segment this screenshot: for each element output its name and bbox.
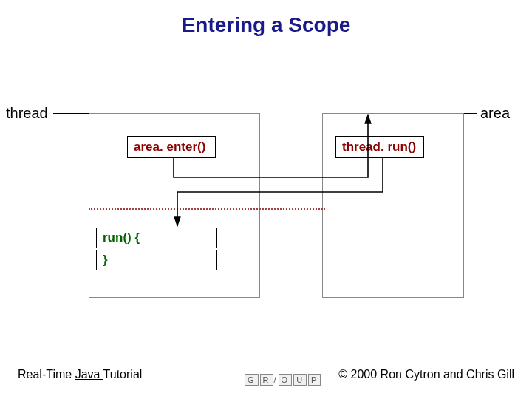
footer-prefix: Real-Time xyxy=(18,368,75,381)
area-label: area xyxy=(480,105,510,122)
run-method-open: run() { xyxy=(96,228,217,248)
footer-tutorial-title: Real-Time Java Tutorial xyxy=(18,368,142,381)
logo-letter: P xyxy=(308,374,321,386)
footer-suffix: Tutorial xyxy=(103,368,143,381)
footer-java-link[interactable]: Java xyxy=(75,368,103,381)
slide-title: Entering a Scope xyxy=(0,13,532,37)
footer-copyright: © 2000 Ron Cytron and Chris Gill xyxy=(338,368,514,381)
thread-label: thread xyxy=(6,105,48,122)
logo-letter: U xyxy=(293,374,307,386)
run-method-close: } xyxy=(96,250,217,270)
thread-lifeline-connector xyxy=(53,113,90,114)
call-thread-run: thread. run() xyxy=(335,136,424,158)
return-dotted-line xyxy=(89,208,325,210)
call-area-enter: area. enter() xyxy=(127,136,216,158)
logo-letter: O xyxy=(279,374,293,386)
footer-logo: GR/OUP xyxy=(244,374,321,386)
logo-letter: G xyxy=(245,374,259,386)
logo-letter: R xyxy=(260,374,273,386)
logo-slash: / xyxy=(274,375,278,384)
area-lifeline-connector xyxy=(463,113,477,114)
footer-divider xyxy=(18,358,513,358)
